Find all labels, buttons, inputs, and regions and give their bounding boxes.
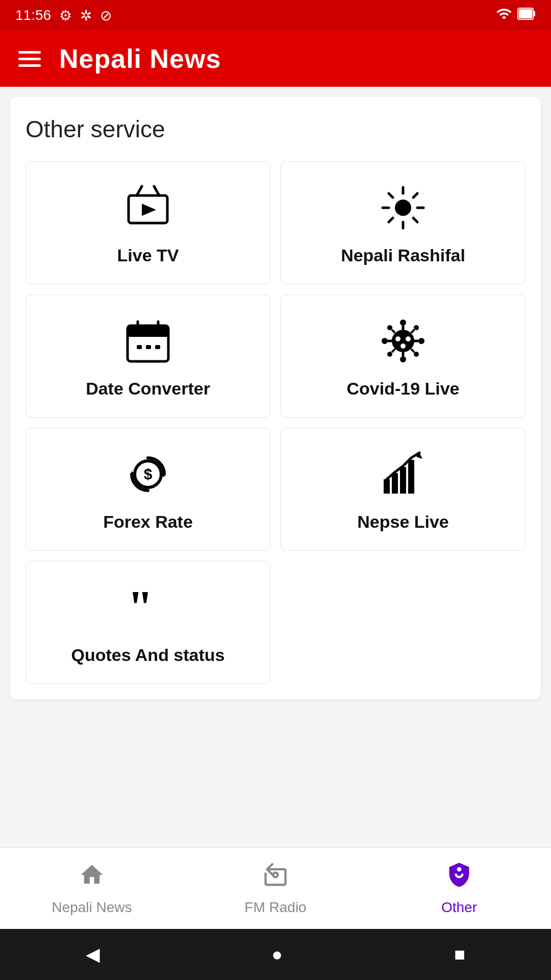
empty-placeholder: [281, 561, 525, 684]
svg-point-42: [406, 336, 411, 341]
nav-nepali-news-label: Nepali News: [52, 899, 132, 916]
svg-line-15: [389, 218, 393, 222]
svg-line-40: [392, 349, 395, 352]
svg-line-3: [137, 186, 142, 195]
section-title: Other service: [26, 115, 525, 143]
main-content: Other service Live TV: [0, 87, 551, 847]
live-tv-icon: [122, 182, 173, 233]
nav-other[interactable]: Other: [367, 856, 551, 921]
svg-point-24: [392, 330, 414, 352]
svg-point-7: [395, 200, 411, 216]
svg-rect-20: [146, 345, 151, 349]
menu-button[interactable]: [18, 51, 41, 67]
status-time: 11:56: [15, 7, 51, 23]
status-bar: 11:56 ⚙ ✲ ⊘: [0, 0, 551, 31]
svg-line-13: [413, 218, 417, 222]
nav-fm-radio[interactable]: FM Radio: [184, 856, 367, 921]
signal-icon: [496, 6, 512, 26]
covid-19-live-icon: [378, 315, 429, 366]
covid-19-live-label: Covid-19 Live: [346, 379, 459, 399]
svg-line-38: [411, 330, 414, 333]
svg-rect-50: [400, 467, 406, 494]
recent-button[interactable]: ■: [454, 944, 465, 965]
bottom-nav: Nepali News FM Radio Other: [0, 847, 551, 929]
svg-point-35: [414, 352, 419, 357]
service-nepse-live[interactable]: Nepse Live: [281, 428, 525, 551]
svg-point-33: [387, 325, 392, 330]
forex-rate-icon: $: [122, 449, 173, 500]
live-tv-label: Live TV: [117, 246, 179, 265]
svg-line-14: [413, 193, 417, 198]
status-right: [496, 6, 536, 26]
svg-point-25: [400, 320, 406, 326]
app-bar: Nepali News: [0, 31, 551, 87]
services-grid: Live TV: [26, 161, 525, 551]
svg-point-31: [418, 338, 424, 344]
svg-rect-19: [137, 345, 142, 349]
blocked-icon: ⊘: [100, 7, 112, 24]
bluetooth-icon: ✲: [80, 7, 92, 24]
service-covid-19-live[interactable]: Covid-19 Live: [281, 295, 525, 418]
service-date-converter[interactable]: Date Converter: [26, 295, 270, 418]
svg-point-39: [387, 352, 392, 357]
svg-point-27: [400, 356, 406, 362]
quotes-row: " Quotes And status: [26, 561, 525, 684]
svg-point-41: [395, 336, 400, 341]
nepse-live-icon: [378, 449, 429, 500]
services-card: Other service Live TV: [10, 97, 541, 699]
service-forex-rate[interactable]: $ Forex Rate: [26, 428, 270, 551]
svg-line-36: [411, 349, 414, 352]
svg-marker-6: [142, 204, 156, 216]
nav-fm-radio-label: FM Radio: [244, 899, 306, 916]
home-button[interactable]: ●: [271, 944, 283, 965]
app-title: Nepali News: [59, 43, 221, 74]
shield-info-icon: [446, 862, 472, 894]
svg-rect-48: [384, 479, 390, 494]
nepse-live-label: Nepse Live: [357, 512, 449, 532]
svg-rect-18: [128, 332, 168, 337]
svg-line-4: [154, 186, 159, 195]
service-nepali-rashifal[interactable]: Nepali Rashifal: [281, 161, 525, 284]
battery-icon: [517, 7, 536, 24]
svg-line-34: [392, 330, 395, 333]
svg-rect-21: [155, 345, 160, 349]
date-converter-icon: [122, 315, 173, 366]
quotes-and-status-icon: ": [122, 582, 173, 633]
svg-rect-2: [519, 9, 532, 18]
service-quotes-and-status[interactable]: " Quotes And status: [26, 561, 270, 684]
service-live-tv[interactable]: Live TV: [26, 161, 270, 284]
svg-point-37: [414, 325, 419, 330]
home-icon: [79, 862, 105, 894]
status-left: 11:56 ⚙ ✲ ⊘: [15, 7, 112, 24]
svg-rect-49: [392, 473, 398, 494]
svg-text:": ": [128, 582, 153, 632]
back-button[interactable]: ◀: [86, 944, 100, 965]
radio-icon: [262, 862, 289, 894]
android-nav-bar: ◀ ● ■: [0, 929, 551, 980]
svg-line-12: [389, 193, 393, 198]
quotes-and-status-label: Quotes And status: [71, 645, 225, 665]
date-converter-label: Date Converter: [86, 379, 210, 399]
svg-text:$: $: [144, 465, 153, 482]
nepali-rashifal-icon: [378, 182, 429, 233]
nav-other-label: Other: [441, 899, 477, 916]
nav-nepali-news[interactable]: Nepali News: [0, 856, 184, 921]
svg-rect-51: [408, 460, 414, 494]
forex-rate-label: Forex Rate: [103, 512, 193, 532]
svg-point-43: [400, 344, 406, 349]
settings-icon: ⚙: [59, 7, 72, 24]
svg-point-29: [382, 338, 388, 344]
nepali-rashifal-label: Nepali Rashifal: [341, 246, 465, 265]
svg-rect-1: [533, 11, 535, 16]
